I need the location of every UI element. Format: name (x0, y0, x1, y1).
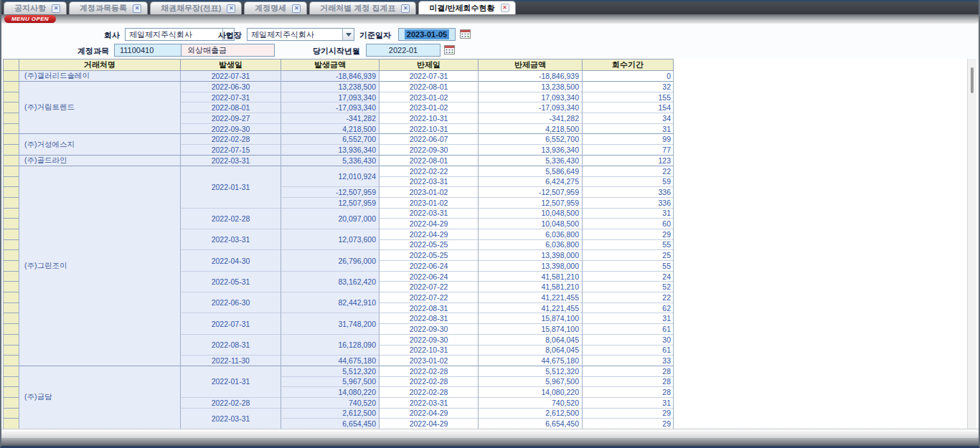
cell-occur-amount[interactable]: 14,080,220 (281, 387, 380, 398)
row-header-cell[interactable] (4, 387, 19, 398)
cell-days[interactable]: 32 (583, 82, 674, 92)
row-header-cell[interactable] (4, 366, 19, 376)
cell-occur-amount[interactable]: 740,520 (281, 397, 380, 408)
cell-days[interactable]: 28 (583, 387, 674, 398)
vertical-scrollbar[interactable] (967, 59, 976, 429)
cell-settle-amount[interactable]: 6,654,450 (479, 419, 583, 429)
cell-occur-date[interactable]: 2022-07-15 (181, 145, 281, 156)
account-name-input[interactable]: 외상매출금 (181, 44, 275, 57)
cell-occur-date[interactable]: 2022-01-31 (181, 366, 281, 397)
cell-settle-amount[interactable]: -17,093,340 (479, 103, 583, 113)
cell-occur-date[interactable]: 2022-06-30 (181, 292, 281, 313)
row-header-cell[interactable] (4, 103, 19, 113)
row-header-cell[interactable] (4, 356, 19, 366)
account-code-input[interactable]: 11100410 (114, 44, 182, 57)
cell-occur-date[interactable]: 2022-11-30 (181, 356, 281, 366)
cell-occur-amount[interactable]: 20,097,000 (281, 208, 380, 229)
cell-occur-amount[interactable]: -17,093,340 (281, 103, 380, 113)
column-header[interactable]: 발생일 (181, 59, 281, 71)
cell-days[interactable]: 155 (583, 92, 674, 103)
cell-days[interactable]: 77 (583, 145, 674, 156)
cell-settle-amount[interactable]: 10,048,500 (479, 219, 583, 229)
cell-settle-amount[interactable]: 5,512,320 (479, 366, 583, 376)
cell-occur-amount[interactable]: 12,507,959 (281, 197, 380, 208)
cell-occur-date[interactable]: 2022-07-31 (181, 313, 281, 334)
cell-occur-date[interactable]: 2022-09-30 (181, 123, 281, 134)
row-header-cell[interactable] (4, 250, 19, 261)
cell-days[interactable]: 31 (583, 123, 674, 134)
cell-occur-amount[interactable]: 83,162,420 (281, 271, 380, 292)
tab-close-icon[interactable]: ✕ (401, 4, 410, 13)
cell-settle-amount[interactable]: 14,080,220 (479, 387, 583, 398)
cell-customer[interactable]: (주)거성에스지 (19, 134, 181, 155)
row-header-cell[interactable] (4, 219, 19, 229)
cell-days[interactable]: 52 (583, 282, 674, 292)
cell-days[interactable]: 336 (583, 197, 674, 208)
cell-occur-amount[interactable]: 26,796,000 (281, 250, 380, 271)
cell-days[interactable]: 29 (583, 408, 674, 419)
cell-settle-date[interactable]: 2023-01-02 (380, 197, 479, 208)
cell-occur-amount[interactable]: 16,128,090 (281, 334, 380, 355)
tab-1[interactable]: 공지사항✕ (4, 1, 67, 14)
cell-occur-date[interactable]: 2022-02-28 (181, 134, 281, 145)
row-header-cell[interactable] (4, 176, 19, 187)
cell-settle-amount[interactable]: 44,675,180 (479, 356, 583, 366)
row-header-cell[interactable] (4, 92, 19, 103)
cell-days[interactable]: 33 (583, 356, 674, 366)
cell-customer[interactable]: (주)금담 (19, 366, 181, 429)
cell-occur-amount[interactable]: 82,442,910 (281, 292, 380, 313)
calendar-icon[interactable] (460, 29, 471, 39)
site-select[interactable]: 제일제지주식회사 (247, 28, 354, 41)
column-header[interactable]: 거래처명 (19, 59, 181, 71)
cell-settle-date[interactable]: 2022-10-31 (380, 345, 479, 356)
row-header-cell[interactable] (4, 261, 19, 272)
cell-occur-amount[interactable]: 4,218,500 (281, 123, 380, 134)
cell-settle-date[interactable]: 2022-06-07 (380, 134, 479, 145)
row-header-cell[interactable] (4, 166, 19, 176)
cell-settle-date[interactable]: 2022-06-24 (380, 261, 479, 272)
cell-settle-amount[interactable]: 8,064,045 (479, 345, 583, 356)
cell-settle-date[interactable]: 2022-05-25 (380, 239, 479, 250)
row-header-cell[interactable] (4, 145, 19, 156)
row-header-cell[interactable] (4, 208, 19, 219)
cell-settle-amount[interactable]: 6,036,800 (479, 239, 583, 250)
cell-settle-date[interactable]: 2022-02-28 (380, 366, 479, 376)
cell-occur-date[interactable]: 2022-07-31 (181, 92, 281, 103)
cell-days[interactable]: 55 (583, 261, 674, 272)
row-header-cell[interactable] (4, 197, 19, 208)
start-month-input[interactable]: 2022-01 (366, 44, 440, 57)
cell-settle-date[interactable]: 2022-07-31 (380, 71, 479, 82)
cell-occur-amount[interactable]: 5,512,320 (281, 366, 380, 376)
cell-settle-amount[interactable]: 13,238,500 (479, 82, 583, 92)
cell-days[interactable]: 31 (583, 313, 674, 324)
cell-settle-amount[interactable]: 13,936,340 (479, 145, 583, 156)
cell-days[interactable]: 0 (583, 71, 674, 82)
cell-days[interactable]: 62 (583, 302, 674, 313)
cell-settle-date[interactable]: 2022-03-31 (380, 176, 479, 187)
cell-occur-amount[interactable]: 12,073,600 (281, 229, 380, 249)
cell-days[interactable]: 28 (583, 376, 674, 387)
cell-settle-date[interactable]: 2022-02-22 (380, 166, 479, 176)
cell-occur-date[interactable]: 2022-09-27 (181, 113, 281, 124)
cell-settle-date[interactable]: 2022-03-31 (380, 208, 479, 219)
cell-occur-amount[interactable]: 2,612,500 (281, 408, 380, 419)
cell-settle-date[interactable]: 2022-03-31 (380, 397, 479, 408)
cell-occur-date[interactable]: 2022-03-31 (181, 229, 281, 249)
cell-settle-date[interactable]: 2022-08-31 (380, 302, 479, 313)
row-header-cell[interactable] (4, 282, 19, 292)
cell-days[interactable]: 29 (583, 419, 674, 429)
cell-days[interactable]: 61 (583, 345, 674, 356)
row-header-cell[interactable] (4, 313, 19, 324)
cell-settle-amount[interactable]: 6,036,800 (479, 229, 583, 239)
tab-close-icon[interactable]: ✕ (227, 4, 235, 13)
cell-settle-date[interactable]: 2022-05-25 (380, 250, 479, 261)
cell-settle-amount[interactable]: 12,507,959 (479, 197, 583, 208)
cell-settle-amount[interactable]: 4,218,500 (479, 123, 583, 134)
cell-settle-amount[interactable]: 41,221,455 (479, 292, 583, 303)
cell-settle-date[interactable]: 2022-06-24 (380, 271, 479, 282)
cell-occur-amount[interactable]: 13,936,340 (281, 145, 380, 156)
cell-occur-amount[interactable]: 5,967,500 (281, 376, 380, 387)
column-header[interactable]: 회수기간 (583, 59, 674, 71)
cell-settle-amount[interactable]: 13,398,000 (479, 261, 583, 272)
cell-days[interactable]: 55 (583, 239, 674, 250)
